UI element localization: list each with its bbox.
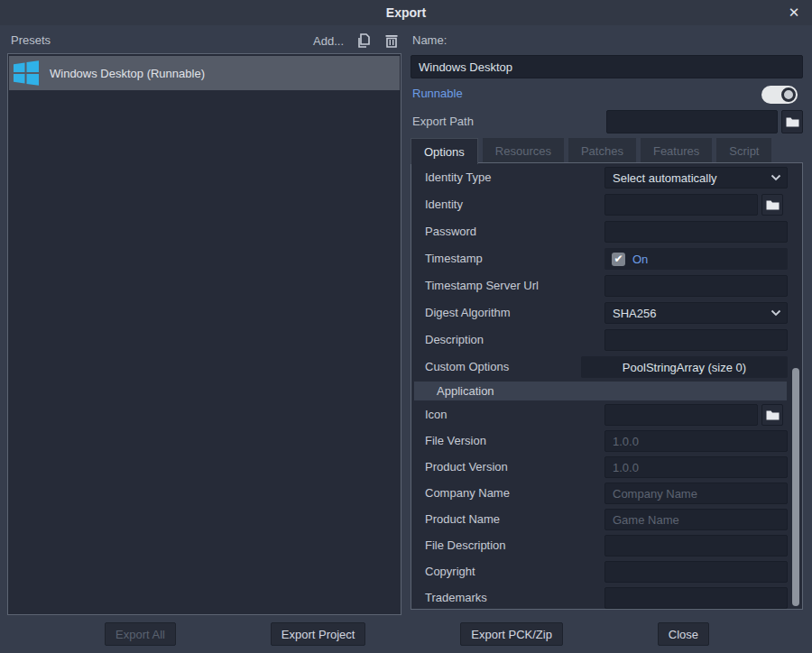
runnable-toggle[interactable]	[761, 86, 798, 104]
checkbox-state-label: On	[632, 253, 648, 266]
text-input-icon[interactable]	[604, 404, 758, 426]
tab-label: Options	[424, 145, 465, 159]
tab-patches[interactable]: Patches	[568, 138, 636, 163]
windows-logo-icon	[12, 59, 41, 87]
add-preset-button[interactable]: Add...	[313, 34, 344, 48]
tab-bar: OptionsResourcesPatchesFeaturesScript	[411, 138, 771, 163]
option-label: Product Name	[425, 506, 500, 533]
preset-item[interactable]: Windows Desktop (Runnable)	[9, 56, 400, 90]
checkbox-timestamp[interactable]: ✔	[612, 253, 625, 266]
tab-label: Patches	[581, 144, 623, 158]
array-edit-button-custom-options[interactable]: PoolStringArray (size 0)	[581, 356, 788, 378]
text-input-copyright[interactable]	[604, 561, 788, 583]
scrollbar	[792, 163, 799, 608]
name-label: Name:	[412, 33, 447, 47]
dropdown-digest-algorithm[interactable]: SHA256	[604, 302, 788, 324]
option-row-file-description: File Description	[411, 532, 802, 558]
close-button[interactable]: Close	[658, 622, 709, 646]
export-path-browse-button[interactable]	[781, 110, 803, 133]
option-label: Company Name	[425, 480, 510, 507]
tab-script[interactable]: Script	[716, 138, 771, 163]
preset-toolbar: Add...	[271, 30, 400, 51]
chevron-down-icon	[770, 309, 787, 317]
text-input-identity[interactable]	[604, 194, 758, 216]
dropdown-value: Select automatically	[605, 171, 770, 185]
option-label: Timestamp Server Url	[425, 272, 539, 299]
option-row-icon: Icon	[411, 401, 802, 428]
export-path-input[interactable]	[606, 110, 778, 133]
option-label: Description	[425, 326, 484, 354]
export-path-label: Export Path	[412, 115, 474, 128]
export-pck-zip-button[interactable]: Export PCK/Zip	[460, 622, 563, 646]
folder-icon	[766, 199, 780, 210]
option-row-password: Password	[411, 218, 802, 245]
preset-item-label: Windows Desktop (Runnable)	[50, 67, 205, 80]
section-header-application: Application	[411, 382, 802, 400]
folder-icon	[766, 409, 780, 420]
tab-label: Resources	[495, 144, 551, 158]
browse-button-icon[interactable]	[761, 404, 783, 426]
runnable-label: Runnable	[412, 87, 463, 100]
text-input-password[interactable]	[604, 221, 788, 243]
option-row-company-name: Company Name	[411, 480, 802, 506]
option-label: Icon	[425, 401, 448, 428]
browse-button-identity[interactable]	[761, 194, 783, 216]
option-row-product-name: Product Name	[411, 506, 802, 532]
export-project-button[interactable]: Export Project	[271, 622, 366, 646]
option-label: Custom Options	[425, 354, 509, 381]
text-input-trademarks[interactable]	[604, 587, 788, 609]
option-label: File Description	[425, 532, 506, 559]
window-title: Export	[0, 5, 812, 20]
tab-resources[interactable]: Resources	[483, 138, 564, 163]
scrollbar-thumb[interactable]	[792, 368, 799, 606]
option-row-identity: Identity	[411, 191, 802, 218]
tab-label: Features	[653, 144, 699, 158]
presets-label: Presets	[11, 33, 51, 47]
close-icon[interactable]: ✕	[785, 4, 803, 22]
folder-icon	[786, 116, 799, 127]
option-label: Product Version	[425, 454, 508, 481]
delete-preset-icon[interactable]	[383, 32, 400, 49]
duplicate-preset-icon[interactable]	[355, 32, 372, 49]
option-label: Trademarks	[425, 584, 487, 610]
section-header-label: Application	[437, 384, 494, 398]
option-label: Timestamp	[425, 245, 483, 272]
option-row-description: Description	[411, 326, 802, 354]
tab-label: Script	[729, 144, 759, 158]
footer-buttons: Export AllExport ProjectExport PCK/ZipCl…	[105, 622, 709, 646]
option-row-timestamp: Timestamp✔On	[411, 245, 802, 272]
text-input-product-version[interactable]	[604, 456, 788, 478]
option-label: Copyright	[425, 558, 475, 585]
preset-list: Windows Desktop (Runnable)	[7, 53, 401, 615]
checkbox-field-timestamp: ✔On	[604, 248, 788, 270]
tab-features[interactable]: Features	[641, 138, 712, 163]
text-input-company-name[interactable]	[604, 483, 788, 504]
options-panel: Identity TypeSelect automaticallyIdentit…	[411, 162, 803, 610]
text-input-description[interactable]	[604, 329, 788, 351]
option-row-custom-options: Custom OptionsPoolStringArray (size 0)	[411, 354, 802, 381]
dropdown-identity-type[interactable]: Select automatically	[604, 167, 788, 189]
chevron-down-icon	[770, 174, 787, 181]
export-all-button: Export All	[105, 622, 176, 646]
text-input-timestamp-server-url[interactable]	[604, 275, 788, 297]
option-row-file-version: File Version	[411, 428, 802, 454]
option-row-trademarks: Trademarks	[411, 584, 802, 610]
option-label: Identity Type	[425, 164, 491, 191]
toggle-knob	[781, 87, 796, 102]
section-header-bar[interactable]: Application	[414, 382, 787, 400]
option-row-timestamp-server-url: Timestamp Server Url	[411, 272, 802, 299]
name-input[interactable]	[411, 55, 803, 78]
option-label: Password	[425, 218, 476, 245]
option-row-product-version: Product Version	[411, 454, 802, 480]
dropdown-value: SHA256	[605, 307, 770, 320]
option-label: File Version	[425, 428, 486, 455]
option-row-identity-type: Identity TypeSelect automatically	[411, 164, 802, 191]
tab-options[interactable]: Options	[411, 138, 478, 164]
option-label: Digest Algorithm	[425, 299, 511, 326]
text-input-file-description[interactable]	[604, 535, 788, 556]
check-icon: ✔	[614, 253, 623, 265]
text-input-file-version[interactable]	[604, 430, 788, 452]
text-input-product-name[interactable]	[604, 509, 788, 530]
option-row-digest-algorithm: Digest AlgorithmSHA256	[411, 299, 802, 326]
option-label: Identity	[425, 191, 463, 218]
